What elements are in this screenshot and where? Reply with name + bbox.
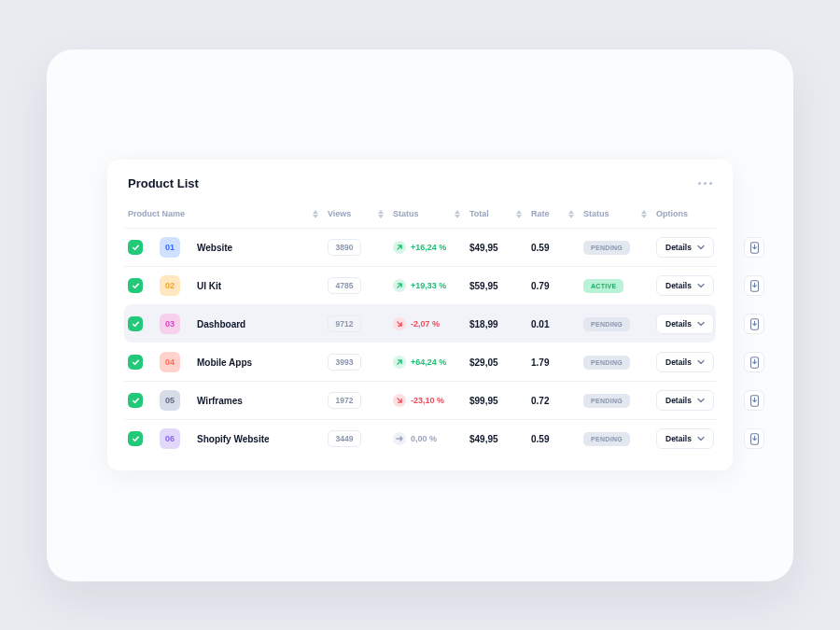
views-value: 9712: [328, 315, 361, 332]
row-number-badge: 06: [160, 428, 180, 449]
trend-cell: -23,10 %: [393, 394, 460, 407]
checkbox[interactable]: [128, 393, 143, 408]
col-total: Total: [469, 209, 489, 218]
download-icon: [749, 395, 760, 407]
sort-product-name[interactable]: [313, 210, 318, 218]
sort-status-trend[interactable]: [455, 210, 460, 218]
table-row[interactable]: 05Wirframes1972-23,10 %$99,950.72PENDING…: [124, 381, 716, 419]
product-name: Shopify Website: [197, 434, 318, 444]
status-badge: PENDING: [583, 432, 630, 446]
trend-value: +16,24 %: [411, 243, 446, 252]
more-options-button[interactable]: [698, 182, 712, 185]
trend-value: +64,24 %: [411, 357, 446, 367]
views-value: 4785: [328, 277, 361, 294]
download-button[interactable]: [744, 428, 764, 449]
row-number-badge: 04: [160, 352, 180, 372]
row-number-badge: 01: [160, 237, 180, 258]
status-badge: PENDING: [583, 241, 630, 255]
sort-views[interactable]: [378, 210, 384, 218]
checkbox[interactable]: [128, 316, 143, 331]
sort-rate[interactable]: [568, 210, 574, 218]
trend-up-icon: [393, 356, 406, 369]
views-value: 3449: [328, 430, 361, 447]
row-number-badge: 03: [160, 314, 180, 334]
details-button-label: Details: [665, 319, 692, 329]
download-button[interactable]: [744, 352, 764, 372]
views-value: 1972: [328, 392, 361, 409]
checkbox[interactable]: [128, 355, 143, 370]
details-button[interactable]: Details: [656, 237, 714, 258]
app-card: Product List Product Name Views: [47, 49, 793, 581]
trend-value: -23,10 %: [411, 396, 444, 405]
col-options: Options: [656, 209, 688, 218]
details-button-label: Details: [665, 434, 692, 443]
checkbox[interactable]: [128, 278, 143, 293]
chevron-down-icon: [697, 436, 705, 441]
trend-down-icon: [393, 317, 406, 330]
trend-cell: +19,33 %: [393, 279, 460, 292]
details-button-label: Details: [665, 243, 692, 252]
product-name: Website: [197, 243, 318, 253]
product-name: Wirframes: [197, 396, 318, 406]
status-badge: PENDING: [583, 317, 630, 331]
views-value: 3993: [328, 354, 361, 371]
chevron-down-icon: [697, 359, 705, 365]
rate-value: 1.79: [531, 357, 574, 368]
col-rate: Rate: [531, 209, 550, 218]
download-button[interactable]: [744, 390, 764, 411]
trend-value: 0,00 %: [411, 434, 437, 443]
trend-value: +19,33 %: [411, 281, 446, 290]
download-button[interactable]: [744, 275, 764, 296]
panel-title: Product List: [128, 176, 199, 190]
trend-flat-icon: [393, 432, 406, 445]
rate-value: 0.59: [531, 434, 574, 444]
total-value: $18,99: [469, 319, 522, 329]
table-row[interactable]: 02UI Kit4785+19,33 %$59,950.79ACTIVEDeta…: [124, 266, 716, 304]
trend-cell: +16,24 %: [393, 241, 460, 254]
details-button[interactable]: Details: [656, 428, 714, 449]
download-icon: [749, 280, 760, 292]
table-row[interactable]: 01Website3890+16,24 %$49,950.59PENDINGDe…: [124, 228, 716, 266]
table-row[interactable]: 06Shopify Website34490,00 %$49,950.59PEN…: [124, 419, 716, 457]
checkbox[interactable]: [128, 240, 143, 255]
table-header: Product Name Views Status: [124, 203, 716, 228]
table-body: 01Website3890+16,24 %$49,950.59PENDINGDe…: [124, 228, 716, 457]
details-button[interactable]: Details: [656, 314, 714, 334]
total-value: $29,05: [469, 357, 522, 368]
download-button[interactable]: [744, 314, 764, 334]
table-row[interactable]: 03Dashboard9712-2,07 %$18,990.01PENDINGD…: [124, 304, 716, 343]
trend-value: -2,07 %: [411, 319, 440, 329]
table-row[interactable]: 04Mobile Apps3993+64,24 %$29,051.79PENDI…: [124, 343, 716, 381]
product-name: UI Kit: [197, 281, 318, 291]
col-status-trend: Status: [393, 209, 419, 218]
total-value: $59,95: [469, 281, 522, 291]
details-button-label: Details: [665, 396, 692, 405]
checkbox[interactable]: [128, 431, 143, 446]
rate-value: 0.79: [531, 281, 574, 291]
chevron-down-icon: [697, 283, 705, 288]
product-name: Dashboard: [197, 319, 318, 329]
row-number-badge: 02: [160, 275, 180, 296]
download-icon: [749, 242, 760, 254]
details-button[interactable]: Details: [656, 352, 714, 372]
trend-up-icon: [393, 241, 406, 254]
product-list-panel: Product List Product Name Views: [107, 160, 733, 470]
panel-header: Product List: [124, 176, 716, 190]
details-button[interactable]: Details: [656, 390, 714, 411]
rate-value: 0.01: [531, 319, 574, 329]
col-views: Views: [328, 209, 351, 218]
total-value: $49,95: [469, 243, 522, 253]
views-value: 3890: [328, 239, 361, 256]
product-name: Mobile Apps: [197, 357, 318, 368]
chevron-down-icon: [697, 398, 705, 403]
download-icon: [749, 318, 760, 330]
chevron-down-icon: [697, 321, 705, 327]
details-button[interactable]: Details: [656, 275, 714, 296]
sort-total[interactable]: [516, 210, 522, 218]
rate-value: 0.72: [531, 396, 574, 406]
download-button[interactable]: [744, 237, 764, 258]
details-button-label: Details: [665, 281, 692, 290]
sort-status[interactable]: [641, 210, 647, 218]
chevron-down-icon: [697, 245, 705, 250]
trend-cell: 0,00 %: [393, 432, 460, 445]
